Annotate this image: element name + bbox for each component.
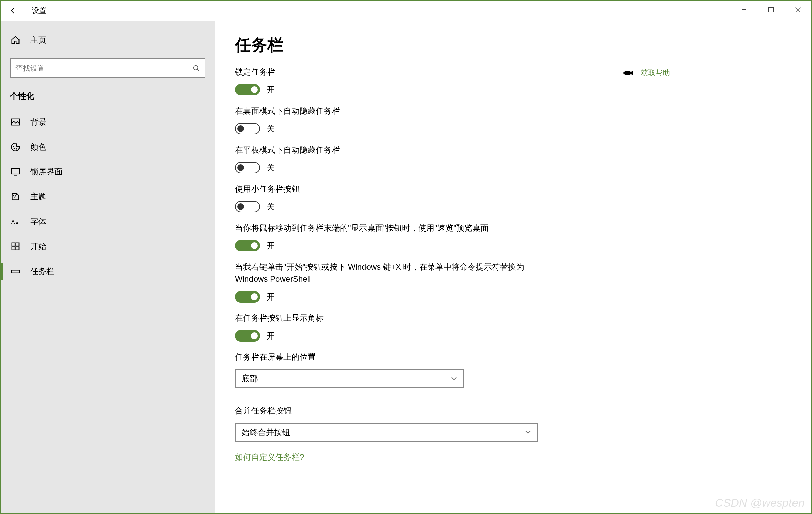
toggle-state: 开 bbox=[267, 240, 275, 251]
maximize-button[interactable] bbox=[757, 1, 784, 19]
palette-icon bbox=[10, 142, 21, 152]
sidebar-item-background[interactable]: 背景 bbox=[1, 110, 215, 134]
svg-rect-17 bbox=[16, 247, 19, 250]
svg-point-8 bbox=[14, 148, 15, 149]
combine-value: 始终合并按钮 bbox=[242, 427, 290, 438]
sidebar-item-label: 主题 bbox=[30, 191, 47, 202]
maximize-icon bbox=[768, 7, 774, 12]
toggle-switch[interactable] bbox=[235, 84, 260, 95]
svg-rect-10 bbox=[11, 169, 19, 174]
svg-point-7 bbox=[13, 146, 14, 147]
svg-line-5 bbox=[197, 69, 199, 71]
help-badge[interactable]: 获取帮助 bbox=[622, 68, 670, 78]
setting-label: 锁定任务栏 bbox=[235, 66, 531, 78]
theme-icon bbox=[10, 191, 21, 202]
combine-label: 合并任务栏按钮 bbox=[235, 405, 531, 417]
chevron-down-icon bbox=[525, 430, 531, 434]
search-icon bbox=[193, 64, 200, 72]
svg-rect-11 bbox=[14, 175, 17, 176]
arrow-left-icon bbox=[9, 7, 17, 15]
position-value: 底部 bbox=[242, 373, 258, 384]
svg-point-4 bbox=[194, 65, 198, 70]
svg-rect-1 bbox=[768, 7, 773, 12]
how-to-customize-link[interactable]: 如何自定义任务栏? bbox=[235, 452, 791, 462]
svg-text:A: A bbox=[16, 220, 19, 225]
sidebar-item-themes[interactable]: 主题 bbox=[1, 184, 215, 209]
close-button[interactable] bbox=[784, 1, 811, 19]
position-dropdown[interactable]: 底部 bbox=[235, 369, 464, 388]
setting-label: 在桌面模式下自动隐藏任务栏 bbox=[235, 105, 531, 117]
help-text: 获取帮助 bbox=[640, 68, 670, 78]
close-icon bbox=[795, 7, 801, 13]
sidebar-item-label: 开始 bbox=[30, 241, 47, 252]
sidebar-item-lockscreen[interactable]: 锁屏界面 bbox=[1, 159, 215, 184]
combine-dropdown[interactable]: 始终合并按钮 bbox=[235, 423, 538, 442]
toggle-state: 开 bbox=[267, 84, 275, 95]
sidebar-home-label: 主页 bbox=[30, 35, 47, 46]
font-icon: AA bbox=[10, 216, 21, 227]
search-box[interactable] bbox=[10, 59, 205, 78]
taskbar-icon bbox=[10, 266, 21, 277]
sidebar-item-label: 颜色 bbox=[30, 142, 47, 152]
toggle-state: 开 bbox=[267, 292, 275, 302]
window-title: 设置 bbox=[32, 6, 47, 16]
page-heading: 任务栏 bbox=[235, 34, 791, 56]
start-icon bbox=[10, 241, 21, 252]
setting-label: 当我右键单击"开始"按钮或按下 Windows 键+X 时，在菜单中将命令提示符… bbox=[235, 261, 531, 285]
content-area: 任务栏 获取帮助 锁定任务栏 开 在桌面模式下自动隐藏任务栏 关 在平板模式下自… bbox=[215, 21, 811, 513]
back-button[interactable] bbox=[5, 2, 22, 19]
sidebar-item-taskbar[interactable]: 任务栏 bbox=[1, 259, 215, 284]
svg-text:A: A bbox=[11, 219, 15, 225]
toggle-state: 开 bbox=[267, 330, 275, 341]
toggle-switch[interactable] bbox=[235, 201, 260, 212]
toggle-switch[interactable] bbox=[235, 240, 260, 251]
svg-rect-18 bbox=[11, 270, 19, 273]
sidebar-item-start[interactable]: 开始 bbox=[1, 234, 215, 259]
lockscreen-icon bbox=[10, 167, 21, 177]
sidebar-item-colors[interactable]: 颜色 bbox=[1, 134, 215, 159]
toggle-switch[interactable] bbox=[235, 123, 260, 134]
window-controls bbox=[731, 1, 811, 19]
titlebar: 设置 bbox=[1, 1, 811, 21]
sidebar: 主页 个性化 背景 颜色 锁屏界面 主题 AA 字体 bbox=[1, 21, 215, 513]
chevron-down-icon bbox=[451, 376, 457, 381]
sidebar-section-title: 个性化 bbox=[1, 88, 215, 110]
sidebar-item-label: 任务栏 bbox=[30, 266, 55, 277]
setting-label: 当你将鼠标移动到任务栏末端的"显示桌面"按钮时，使用"速览"预览桌面 bbox=[235, 222, 531, 234]
minimize-icon bbox=[741, 7, 747, 13]
sidebar-home[interactable]: 主页 bbox=[1, 28, 215, 53]
sidebar-item-label: 锁屏界面 bbox=[30, 167, 62, 177]
position-label: 任务栏在屏幕上的位置 bbox=[235, 351, 531, 363]
search-input[interactable] bbox=[16, 64, 193, 72]
sidebar-item-label: 背景 bbox=[30, 117, 47, 127]
home-icon bbox=[10, 35, 21, 46]
setting-label: 使用小任务栏按钮 bbox=[235, 183, 531, 195]
toggle-state: 关 bbox=[267, 201, 275, 212]
sidebar-item-fonts[interactable]: AA 字体 bbox=[1, 209, 215, 234]
setting-label: 在平板模式下自动隐藏任务栏 bbox=[235, 144, 531, 156]
toggle-switch[interactable] bbox=[235, 330, 260, 341]
minimize-button[interactable] bbox=[731, 1, 757, 19]
svg-rect-15 bbox=[16, 243, 19, 246]
toggle-state: 关 bbox=[267, 162, 275, 173]
sidebar-item-label: 字体 bbox=[30, 216, 47, 227]
svg-rect-14 bbox=[12, 243, 15, 246]
svg-rect-16 bbox=[12, 247, 15, 250]
image-icon bbox=[10, 117, 21, 127]
fish-icon bbox=[622, 69, 634, 76]
svg-point-9 bbox=[16, 148, 18, 150]
watermark: CSDN @wespten bbox=[715, 496, 805, 509]
setting-label: 在任务栏按钮上显示角标 bbox=[235, 312, 531, 324]
toggle-switch[interactable] bbox=[235, 291, 260, 303]
toggle-state: 关 bbox=[267, 123, 275, 134]
toggle-switch[interactable] bbox=[235, 162, 260, 174]
